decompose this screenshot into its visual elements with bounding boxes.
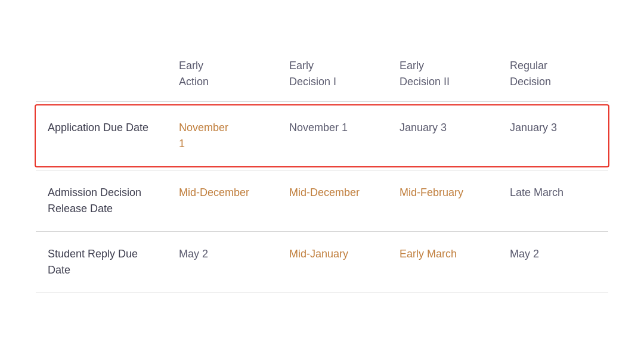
cell-app-due-rd: January 3 xyxy=(498,105,608,166)
cell-student-reply-label: Student Reply Due Date xyxy=(36,232,167,293)
row-application-due-date-wrapper: Application Due Date November1 November … xyxy=(36,101,608,170)
cell-app-due-label: Application Due Date xyxy=(36,105,167,166)
row-admission-decision: Admission Decision Release Date Mid-Dece… xyxy=(36,170,608,232)
cell-student-reply-ed1: Mid-January xyxy=(277,232,388,293)
header-regular-decision: RegularDecision xyxy=(498,52,608,95)
cell-student-reply-ed2: Early March xyxy=(388,232,498,293)
cell-admission-rd: Late March xyxy=(498,170,608,231)
header-empty xyxy=(36,52,167,95)
cell-admission-ea: Mid-December xyxy=(167,170,277,231)
cell-app-due-ed2: January 3 xyxy=(388,105,498,166)
cell-app-due-ed1: November 1 xyxy=(277,105,388,166)
cell-student-reply-ea: May 2 xyxy=(167,232,277,293)
cell-admission-ed1: Mid-December xyxy=(277,170,388,231)
header-early-decision-1: EarlyDecision I xyxy=(277,52,388,95)
header-early-decision-2: EarlyDecision II xyxy=(388,52,498,95)
comparison-table: EarlyAction EarlyDecision I EarlyDecisio… xyxy=(36,40,608,304)
cell-admission-label: Admission Decision Release Date xyxy=(36,170,167,231)
row-student-reply: Student Reply Due Date May 2 Mid-January… xyxy=(36,232,608,293)
table-header: EarlyAction EarlyDecision I EarlyDecisio… xyxy=(36,52,608,101)
cell-admission-ed2: Mid-February xyxy=(388,170,498,231)
cell-app-due-ea: November1 xyxy=(167,105,277,166)
cell-student-reply-rd: May 2 xyxy=(498,232,608,293)
header-early-action: EarlyAction xyxy=(167,52,277,95)
table-wrapper: EarlyAction EarlyDecision I EarlyDecisio… xyxy=(36,52,608,293)
row-application-due-date: Application Due Date November1 November … xyxy=(35,104,609,167)
